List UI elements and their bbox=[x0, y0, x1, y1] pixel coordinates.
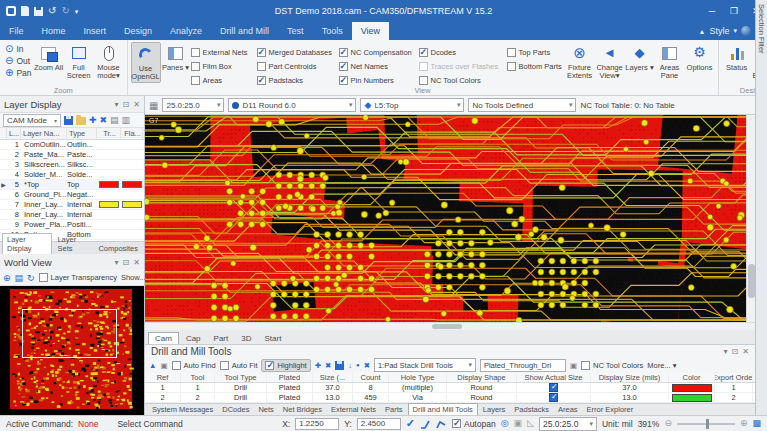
delete-layer-icon[interactable]: ✖ bbox=[100, 116, 108, 125]
panel-pin-icon[interactable]: ⊡ bbox=[732, 347, 739, 356]
checkbox-nc-compensation[interactable]: NC Compensation bbox=[339, 46, 419, 58]
panel-close-icon[interactable]: ✕ bbox=[133, 258, 140, 267]
options-button[interactable]: ⚙Options bbox=[685, 42, 715, 72]
tab-composites[interactable]: Composites bbox=[94, 243, 142, 254]
panel-close-icon[interactable]: ✕ bbox=[133, 100, 140, 109]
tab-home[interactable]: Home bbox=[33, 22, 75, 40]
checkbox-padstacks[interactable]: Padstacks bbox=[257, 74, 339, 86]
panes-button[interactable]: Panes ▾ bbox=[161, 42, 191, 72]
layers-button[interactable]: ◆Layers ▾ bbox=[625, 42, 655, 72]
selection-filter-strip[interactable]: Selection Filter bbox=[755, 0, 767, 415]
tab-areas[interactable]: Areas bbox=[554, 404, 582, 415]
goto-icon[interactable]: ▲ bbox=[149, 361, 156, 370]
import-tools-icon[interactable]: ↓ bbox=[348, 361, 352, 370]
trace-color-swatch[interactable] bbox=[99, 181, 119, 188]
x-coordinate-input[interactable]: 1.2250 bbox=[295, 418, 339, 430]
tool-set-select[interactable]: 1:Pad Stack Drill Tools▾ bbox=[374, 358, 476, 372]
autopan-checkbox[interactable]: Autopan bbox=[452, 418, 496, 430]
checkbox-nc-tool-colors[interactable]: NC Tool Colors bbox=[419, 74, 507, 86]
tab-3d[interactable]: 3D bbox=[235, 333, 257, 344]
pcb-canvas[interactable] bbox=[145, 115, 746, 322]
change-view-button[interactable]: ◄Change View▾ bbox=[595, 42, 625, 81]
panel-menu-icon[interactable]: ▾ bbox=[115, 100, 119, 109]
tab-insert[interactable]: Insert bbox=[75, 22, 116, 40]
checkbox-areas[interactable]: Areas bbox=[191, 74, 257, 86]
checkbox-pin-numbers[interactable]: Pin Numbers bbox=[339, 74, 419, 86]
mouse-mode-button[interactable]: Mouse mode▾ bbox=[94, 42, 124, 81]
dcode-select[interactable]: D11 Round 6.0▾ bbox=[228, 98, 356, 112]
auto-find-checkbox[interactable]: Auto Find bbox=[172, 359, 216, 371]
target-icon[interactable]: ◎ bbox=[501, 419, 509, 428]
minimize-button[interactable]: ─ bbox=[701, 0, 723, 22]
clear-icon[interactable]: ✖ bbox=[364, 361, 370, 370]
vertical-scrollbar-thumb[interactable] bbox=[748, 264, 755, 298]
trace-color-swatch[interactable] bbox=[99, 201, 119, 208]
panel-close-icon[interactable]: ✕ bbox=[742, 347, 749, 356]
fixture-extents-button[interactable]: ⊗Fixture Extents bbox=[565, 42, 595, 81]
checkbox-external-nets[interactable]: External Nets bbox=[191, 46, 257, 58]
checkbox-merged-databases[interactable]: Merged Databases bbox=[257, 46, 339, 58]
drill-tool-row[interactable]: 22DrillPlated13.0459ViaRound13.02 bbox=[145, 393, 755, 403]
layer-row[interactable]: 2Paste_Ma...Paste... bbox=[0, 150, 144, 160]
tab-drill-and-mill[interactable]: Drill and Mill bbox=[211, 22, 278, 40]
tab-layers[interactable]: Layers bbox=[479, 404, 510, 415]
zoom-in-button[interactable]: ⊙In bbox=[5, 44, 32, 54]
tab-net-bridges[interactable]: Net Bridges bbox=[279, 404, 326, 415]
tab-cam[interactable]: Cam bbox=[148, 332, 179, 344]
zoom-out-slider-icon[interactable]: ⊖ bbox=[664, 419, 672, 428]
checkbox-net-names[interactable]: Net Names bbox=[339, 60, 419, 72]
add-layer-icon[interactable]: ✚ bbox=[89, 116, 97, 125]
cam-mode-select[interactable]: CAM Mode▾ bbox=[3, 114, 61, 127]
zoom-out-button[interactable]: ⊖Out bbox=[5, 56, 32, 66]
help-icon[interactable] bbox=[741, 26, 751, 36]
zoom-slider-thumb[interactable] bbox=[706, 419, 709, 429]
zoom-slider[interactable] bbox=[677, 423, 735, 425]
ortho-line-mode-icon[interactable] bbox=[420, 419, 431, 429]
tab-cap[interactable]: Cap bbox=[180, 333, 207, 344]
wv-pan-icon[interactable]: ▤ bbox=[15, 273, 24, 283]
drill-tool-row[interactable]: 11DrillPlated37.08(multiple)Round37.01 bbox=[145, 383, 755, 393]
tab-parts[interactable]: Parts bbox=[381, 404, 407, 415]
tab-design[interactable]: Design bbox=[115, 22, 161, 40]
wv-show-menu[interactable]: Show... bbox=[121, 273, 146, 282]
tools-select[interactable]: No Tools Defined▾ bbox=[468, 98, 576, 112]
panel-menu-icon[interactable]: ▾ bbox=[724, 347, 728, 356]
style-dropdown-icon[interactable]: ▾ bbox=[733, 27, 737, 35]
layer-row[interactable]: 8Inner_Lay...Internal bbox=[0, 210, 144, 220]
tab-file[interactable]: File bbox=[0, 22, 33, 40]
checkbox-top-parts[interactable]: Top Parts bbox=[507, 46, 565, 58]
copy-layer-icon[interactable]: ▤ bbox=[110, 116, 119, 125]
tab-drill-and-mill-tools[interactable]: Drill and Mill Tools bbox=[408, 403, 478, 415]
vertical-scrollbar[interactable] bbox=[746, 115, 755, 322]
tab-dcodes[interactable]: DCodes bbox=[218, 404, 253, 415]
active-layer-select[interactable]: ◆L5:Top▾ bbox=[360, 98, 464, 112]
save-tools-icon[interactable] bbox=[335, 361, 344, 370]
angle-icon[interactable]: ◺ bbox=[527, 419, 534, 428]
tab-view[interactable]: View bbox=[352, 22, 389, 40]
tab-nets[interactable]: Nets bbox=[254, 404, 277, 415]
y-coordinate-input[interactable]: 2.4500 bbox=[357, 418, 401, 430]
any-angle-line-mode-icon[interactable] bbox=[436, 419, 447, 429]
horizontal-scrollbar-thumb[interactable] bbox=[432, 324, 462, 329]
show-actual-size-checkbox[interactable] bbox=[549, 393, 558, 402]
more-menu[interactable]: More... ▾ bbox=[647, 361, 676, 370]
apply-coordinates-icon[interactable]: ✓ bbox=[406, 417, 415, 430]
tab-start[interactable]: Start bbox=[258, 333, 287, 344]
zoom-all-button[interactable]: Zoom All bbox=[34, 42, 64, 72]
paste-layer-icon[interactable]: ▥ bbox=[122, 116, 131, 125]
flash-color-swatch[interactable] bbox=[122, 201, 142, 208]
layer-row[interactable]: 4Solder_M...Solde... bbox=[0, 170, 144, 180]
collapse-ribbon-icon[interactable]: ▲ bbox=[699, 28, 706, 35]
checkbox-bottom-parts[interactable]: Bottom Parts bbox=[507, 60, 565, 72]
layer-row[interactable]: 9Power_Pla...Positi... bbox=[0, 220, 144, 230]
full-screen-button[interactable]: Full Screen bbox=[64, 42, 94, 81]
tab-test[interactable]: Test bbox=[278, 22, 313, 40]
filter-apply-icon[interactable]: ▣ bbox=[570, 361, 577, 370]
save-layers-icon[interactable] bbox=[64, 116, 73, 125]
layer-row[interactable]: 6Ground_Pl...Negat... bbox=[0, 190, 144, 200]
nc-tool-colors-checkbox[interactable]: NC Tool Colors bbox=[581, 359, 643, 371]
panel-pin-icon[interactable]: ⊡ bbox=[123, 100, 130, 109]
wv-zoom-icon[interactable]: ⊕ bbox=[3, 273, 11, 283]
status-grid-select[interactable]: 25.0:25.0▾ bbox=[539, 417, 597, 431]
maximize-button[interactable]: ❐ bbox=[723, 0, 745, 22]
